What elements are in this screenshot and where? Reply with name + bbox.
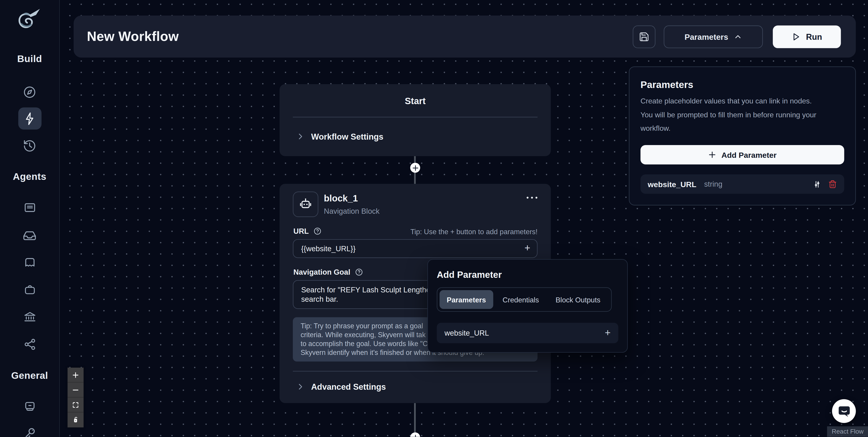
sidebar-item-integrations[interactable] [18,333,41,355]
parameters-panel: Parameters Create placeholder values tha… [629,66,856,205]
sidebar-item-workflows[interactable] [18,107,41,129]
divider [293,117,537,117]
share-icon [23,338,36,351]
block-menu-ellipsis-icon[interactable] [525,194,538,201]
add-parameter-button[interactable]: Add Parameter [641,145,844,164]
sidebar-item-credentials[interactable] [18,422,41,437]
zoom-in-button[interactable] [67,368,84,383]
delete-parameter-trash-icon[interactable] [828,180,837,188]
goal-field-label: Navigation Goal [293,268,363,277]
workflow-header: New Workflow Parameters [74,15,856,58]
chevron-up-icon [733,32,742,41]
receipt-icon [23,256,36,269]
sidebar-item-jobs[interactable] [18,279,41,301]
flow-canvas[interactable]: New Workflow Parameters [59,0,868,437]
goal-label-text: Navigation Goal [293,268,350,277]
plus-icon [411,434,419,437]
react-flow-attribution[interactable]: React Flow [827,426,868,437]
panel-description-line: Create placeholder values that you can l… [641,97,812,105]
flow-zoom-controls [67,368,84,428]
sidebar-item-discover[interactable] [18,81,41,103]
url-label-text: URL [293,227,309,235]
sidebar-item-history[interactable] [18,134,41,157]
sidebar-section-agents: Agents [0,171,59,183]
chat-launcher-button[interactable] [832,399,856,423]
plus-icon [411,164,419,171]
url-input[interactable]: {{website_URL}} + [293,239,537,258]
save-button[interactable] [633,26,655,48]
wallet-icon [23,400,36,413]
plus-icon[interactable]: + [605,327,611,339]
popup-parameter-item[interactable]: website_URL + [437,323,618,343]
parameter-type: string [704,180,722,188]
fit-view-icon [72,401,79,408]
lock-toggle-button[interactable] [67,412,84,428]
add-parameter-button-label: Add Parameter [721,150,777,159]
parameter-name: website_URL [648,180,696,188]
tab-credentials[interactable]: Credentials [495,290,546,309]
sidebar-item-inbox[interactable] [18,224,41,246]
skyvern-workflow-editor: New Workflow Parameters [0,0,868,437]
add-block-edge-button[interactable] [410,163,420,173]
divider [293,371,537,371]
sidebar-item-wallet[interactable] [18,396,41,417]
url-input-value: {{website_URL}} [301,244,355,253]
parameters-toggle-label: Parameters [685,32,728,41]
parameter-row[interactable]: website_URL string [641,175,844,194]
parameters-panel-title: Parameters [641,79,693,91]
popup-parameter-name: website_URL [444,329,489,337]
add-parameter-popup: Add Parameter Parameters Credentials Blo… [427,259,628,353]
run-button-label: Run [806,32,822,41]
zoom-out-icon [72,386,79,393]
advanced-settings-toggle[interactable]: Advanced Settings [296,382,386,391]
fit-view-button[interactable] [67,398,84,412]
popup-title: Add Parameter [437,270,502,280]
run-button[interactable]: Run [773,26,841,48]
sidebar-section-build: Build [0,53,59,65]
skyvern-logo[interactable] [14,7,41,33]
chevron-right-icon [296,383,305,391]
sidebar-item-receipts[interactable] [18,251,41,273]
note-icon [23,201,36,214]
plus-icon [708,151,717,159]
sidebar-item-banking[interactable] [18,306,41,327]
page-title: New Workflow [87,15,179,58]
sidebar-item-forms[interactable] [18,196,41,218]
start-node-title: Start [280,96,551,106]
chevron-right-icon [296,132,305,141]
save-icon [639,32,649,42]
help-icon[interactable] [355,268,363,277]
add-parameter-plus-icon[interactable]: + [525,243,530,254]
bank-icon [23,310,36,323]
panel-description-line: You will be prompted to fill them in bef… [641,111,816,119]
lock-icon [72,416,79,424]
start-node[interactable]: Start Workflow Settings [280,84,551,156]
workflow-settings-label: Workflow Settings [311,132,383,141]
parameters-toggle-button[interactable]: Parameters [664,26,763,48]
zap-icon [23,112,37,125]
zoom-in-icon [72,371,79,379]
history-icon [23,139,37,153]
inbox-icon [23,228,37,242]
block-subtitle: Navigation Block [324,207,379,216]
panel-description-line: workflow. [641,124,671,132]
tab-parameters[interactable]: Parameters [439,290,493,309]
advanced-settings-label: Advanced Settings [311,382,386,391]
block-title: block_1 [324,193,358,204]
tab-block-outputs[interactable]: Block Outputs [548,290,608,309]
key-icon [23,426,37,437]
add-block-edge-button-bottom[interactable] [410,433,420,437]
play-icon [792,32,801,41]
help-icon[interactable] [313,227,322,235]
goal-line: search bar. [301,294,338,304]
edit-parameter-sliders-icon[interactable] [813,180,822,188]
block-icon-box [293,192,318,217]
chat-icon [837,405,850,418]
url-field-label: URL [293,227,322,235]
popup-tabs: Parameters Credentials Block Outputs [437,287,612,312]
goal-line: Search for "REFY Lash Sculpt Lengthen [301,285,435,294]
workflow-settings-toggle[interactable]: Workflow Settings [296,132,383,141]
sidebar: Build Agents [0,0,60,437]
zoom-out-button[interactable] [67,383,84,398]
sidebar-section-general: General [0,370,59,381]
